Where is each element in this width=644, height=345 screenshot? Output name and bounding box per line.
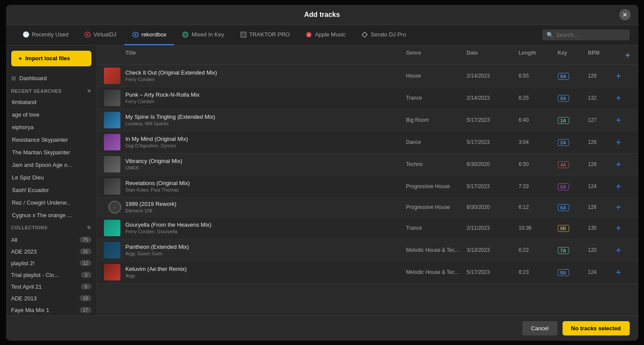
table-row[interactable]: My Spine Is Tingling (Extended Mix)Lucia…	[97, 109, 638, 131]
main-content: Title Genre Date Length Key BPM ＋ Check …	[97, 46, 638, 316]
col-bpm: BPM	[588, 50, 614, 60]
track-date: 3/13/2023	[467, 247, 519, 253]
track-key: 1A	[558, 116, 588, 124]
table-row[interactable]: Punk – Arty Rock-N-Rolla MixFerry Corste…	[97, 87, 638, 109]
table-row[interactable]: In My Mind (Original Mix)Gigi D'Agostino…	[97, 131, 638, 153]
recent-search-jam-and-spoon[interactable]: Jam and Spoon Age o...	[6, 159, 97, 171]
tab-rekordbox[interactable]: rekordbox	[124, 25, 175, 45]
track-key: 8A	[558, 94, 588, 102]
add-track-icon[interactable]: ＋	[614, 92, 623, 104]
track-title: Revelations (Original Mix)	[126, 180, 406, 186]
tab-mixed-in-key[interactable]: Mixed In Key	[174, 25, 232, 45]
add-track-icon[interactable]: ＋	[614, 266, 623, 278]
track-info: Ketuvim (Ae:ther Remix)Argy	[126, 266, 406, 278]
table-row[interactable]: Vibrancy (Original Mix)UMEKTechno6/30/20…	[97, 153, 638, 176]
track-thumbnail	[104, 178, 120, 195]
recent-search-le-spiz-dieu[interactable]: Le Spiz Dieu	[6, 171, 97, 184]
add-track-button[interactable]: ＋	[614, 114, 631, 126]
tab-traktor-pro[interactable]: TRAKTOR PRO	[232, 25, 298, 45]
tab-apple-music[interactable]: ♫ Apple Music	[298, 25, 353, 45]
add-track-button[interactable]: ＋	[614, 92, 631, 104]
track-title: My Spine Is Tingling (Extended Mix)	[126, 114, 406, 120]
track-thumbnail	[104, 220, 120, 236]
collection-all[interactable]: All 75	[6, 234, 97, 246]
add-track-button[interactable]: ＋	[614, 70, 631, 81]
tab-virtualdj[interactable]: VirtualDJ	[76, 25, 124, 45]
import-local-files-button[interactable]: ＋ Import local files	[11, 51, 91, 66]
add-track-icon[interactable]: ＋	[614, 244, 623, 256]
collection-test-april[interactable]: Test April 21 5	[6, 281, 97, 293]
table-row[interactable]: Revelations (Original Mix)Stan Kolev, Pa…	[97, 176, 638, 198]
add-track-button[interactable]: ＋	[614, 158, 631, 170]
add-track-button[interactable]: ＋	[614, 201, 631, 213]
track-artist: Ferry Corsten	[126, 99, 406, 104]
track-info: Check It Out (Original Extended Mix)Ferr…	[126, 69, 406, 82]
collection-faye-mia-mix-1[interactable]: Faye Mia Mix 1 17	[6, 304, 97, 316]
recent-search-resistance-skypainter[interactable]: Resistance Skypainter	[6, 133, 97, 146]
track-list: Check It Out (Original Extended Mix)Ferr…	[97, 65, 638, 283]
table-row[interactable]: Pantheon (Extended Mix)Argy, Goom GumMel…	[97, 239, 638, 261]
clear-recent-icon[interactable]: ✕	[87, 88, 91, 94]
cancel-button[interactable]: Cancel	[522, 321, 557, 335]
recent-search-age-of-love[interactable]: age of love	[6, 108, 97, 121]
recent-searches-header: RECENT SEARCHES ✕	[6, 85, 97, 96]
add-track-button[interactable]: ＋	[614, 244, 631, 256]
modal-body: ＋ Import local files ⊞ Dashboard RECENT …	[6, 46, 638, 316]
recent-search-sash-ecuador[interactable]: Sash! Ecuador	[6, 184, 97, 196]
collection-ade-2013[interactable]: ADE 2013 19	[6, 293, 97, 304]
add-track-icon[interactable]: ＋	[614, 114, 623, 126]
refresh-icon[interactable]: ↻	[87, 225, 91, 231]
sidebar-item-dashboard[interactable]: ⊞ Dashboard	[6, 72, 97, 85]
tab-serato-dj[interactable]: Serato DJ Pro	[353, 25, 414, 45]
recent-search-eiphorya[interactable]: eiphorya	[6, 121, 97, 133]
add-track-icon[interactable]: ＋	[614, 136, 623, 148]
add-track-icon[interactable]: ＋	[614, 70, 623, 81]
search-box[interactable]: 🔍	[542, 29, 630, 40]
collections-header: COLLECTIONS ↻	[6, 221, 97, 232]
add-track-icon[interactable]: ＋	[614, 180, 623, 192]
recently-used-icon: 🕐	[23, 31, 29, 38]
track-thumbnail	[104, 90, 120, 106]
search-input[interactable]	[556, 32, 625, 38]
track-date: 6/30/2020	[467, 161, 519, 167]
table-row[interactable]: Check It Out (Original Extended Mix)Ferr…	[97, 65, 638, 87]
collection-ade-2023[interactable]: ADE 2023 31	[6, 246, 97, 257]
track-info: My Spine Is Tingling (Extended Mix)Lucia…	[126, 114, 406, 126]
track-artist: Luciana, Will Sparks	[126, 121, 406, 126]
add-track-icon[interactable]: ＋	[614, 222, 623, 234]
collection-trial-playlist[interactable]: Trial playlist - Clo... 3	[6, 269, 97, 281]
table-row[interactable]: ○1999 (2019 Rework)Element 108Progressiv…	[97, 198, 638, 217]
track-artist: Gigi D'Agostino, Dynoro	[126, 143, 406, 148]
add-track-button[interactable]: ＋	[614, 222, 631, 234]
table-row[interactable]: Gouryella (From the Heavens Mix)Ferry Co…	[97, 217, 638, 239]
track-date: 2/11/2023	[467, 225, 519, 231]
add-track-button[interactable]: ＋	[614, 136, 631, 148]
track-artist: UMEK	[126, 165, 406, 170]
track-bpm: 128	[588, 73, 614, 79]
track-date: 5/17/2023	[467, 117, 519, 123]
track-thumbnail	[104, 264, 120, 280]
track-thumbnail	[104, 156, 120, 172]
track-info: Pantheon (Extended Mix)Argy, Goom Gum	[126, 244, 406, 256]
track-title: Punk – Arty Rock-N-Rolla Mix	[126, 91, 406, 98]
recent-search-cygnus-x[interactable]: Cygnus x The orange ...	[6, 209, 97, 221]
table-row[interactable]: Ketuvim (Ae:ther Remix)ArgyMelodic House…	[97, 261, 638, 283]
modal-title: Add tracks	[304, 11, 340, 19]
recent-search-rez-cowgirl[interactable]: Rez / Cowgirl Underw...	[6, 196, 97, 209]
add-track-icon[interactable]: ＋	[614, 158, 623, 170]
tab-recently-used[interactable]: 🕐 Recently Used	[15, 25, 77, 45]
close-button[interactable]: ✕	[619, 9, 631, 20]
confirm-button[interactable]: No tracks selected	[563, 321, 630, 335]
track-artist: Ferry Corsten, Gouryella	[126, 229, 406, 234]
recent-search-the-martian-skypainter[interactable]: The Martian Skypainter	[6, 146, 97, 159]
add-track-icon[interactable]: ＋	[614, 201, 623, 213]
track-title: Ketuvim (Ae:ther Remix)	[126, 266, 406, 272]
track-artist: Argy	[126, 273, 406, 278]
add-all-icon[interactable]: ＋	[624, 50, 631, 60]
add-track-button[interactable]: ＋	[614, 180, 631, 192]
track-length: 10:36	[519, 225, 558, 231]
add-track-button[interactable]: ＋	[614, 266, 631, 278]
collection-playlist-2[interactable]: playlist 2! 12	[6, 257, 97, 269]
recent-search-timbaland[interactable]: timbaland	[6, 96, 97, 108]
col-add[interactable]: ＋	[614, 50, 631, 60]
